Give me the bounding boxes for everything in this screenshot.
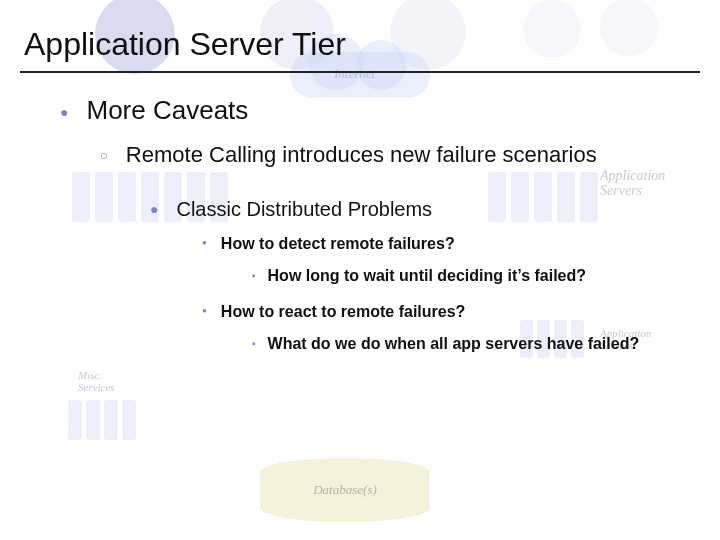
bullet-text: How to react to remote failures? bbox=[221, 303, 466, 320]
title-underline bbox=[20, 71, 700, 73]
bullet-text: Classic Distributed Problems bbox=[176, 198, 432, 220]
bullet-text: How to detect remote failures? bbox=[221, 235, 455, 252]
bullet-level-4: How to react to remote failures? bbox=[202, 303, 720, 321]
bullet-level-4: How to detect remote failures? bbox=[202, 235, 720, 253]
bullet-text: What do we do when all app servers have … bbox=[268, 335, 640, 352]
bullet-level-5: How long to wait until deciding it’s fai… bbox=[252, 267, 720, 285]
slide-content: Application Server Tier More Caveats Rem… bbox=[0, 0, 720, 540]
bullet-text: More Caveats bbox=[86, 95, 248, 125]
bullet-level-1: More Caveats bbox=[60, 95, 720, 126]
bullet-text: How long to wait until deciding it’s fai… bbox=[268, 267, 587, 284]
bullet-level-2: Remote Calling introduces new failure sc… bbox=[100, 142, 720, 168]
bullet-level-3: Classic Distributed Problems bbox=[150, 198, 720, 221]
bullet-text: Remote Calling introduces new failure sc… bbox=[126, 142, 597, 167]
slide-title: Application Server Tier bbox=[0, 0, 720, 63]
bullet-level-5: What do we do when all app servers have … bbox=[252, 335, 720, 353]
